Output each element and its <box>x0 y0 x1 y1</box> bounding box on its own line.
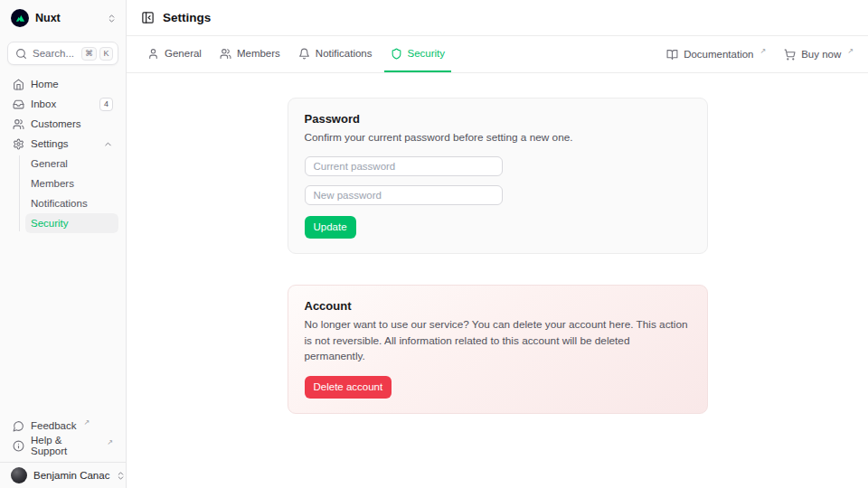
workspace-switcher[interactable]: Nuxt <box>0 0 126 36</box>
external-link-icon: ↗ <box>107 438 113 446</box>
sidebar-item-label: Home <box>31 79 59 89</box>
settings-tabbar: General Members Notifications <box>127 36 868 73</box>
sidebar-item-notifications[interactable]: Notifications <box>25 193 118 213</box>
sidebar-item-customers[interactable]: Customers <box>7 114 118 134</box>
settings-tabs: General Members Notifications <box>141 36 451 72</box>
search-placeholder: Search... <box>33 48 74 59</box>
feedback-link[interactable]: Feedback ↗ <box>7 416 118 436</box>
panel-left-close-icon[interactable] <box>141 11 155 24</box>
inbox-icon <box>13 99 24 110</box>
user-menu[interactable]: Benjamin Canac <box>0 462 126 488</box>
home-icon <box>13 79 24 90</box>
tab-label: General <box>165 48 202 59</box>
sidebar-item-home[interactable]: Home <box>7 74 118 94</box>
account-card-description: No longer want to use our service? You c… <box>305 317 691 364</box>
inbox-count-badge: 4 <box>99 98 113 111</box>
search-shortcut: ⌘ K <box>81 47 113 61</box>
account-card: Account No longer want to use our servic… <box>288 285 708 413</box>
documentation-link[interactable]: Documentation ↗ <box>666 49 766 61</box>
kbd-meta: ⌘ <box>81 47 97 61</box>
header-links: Documentation ↗ Buy now ↗ <box>666 36 854 72</box>
page-title: Settings <box>163 11 211 24</box>
user-name: Benjamin Canac <box>33 470 109 481</box>
info-circle-icon <box>13 440 24 452</box>
link-label: Buy now <box>801 49 841 60</box>
external-link-icon: ↗ <box>84 418 90 427</box>
shopping-cart-icon <box>784 49 796 61</box>
sidebar-item-label: Inbox <box>31 99 56 109</box>
sidebar-item-label: Customers <box>31 118 81 129</box>
delete-account-button[interactable]: Delete account <box>305 376 392 399</box>
password-card-description: Confirm your current password before set… <box>305 130 691 145</box>
page-header: Settings <box>127 0 868 36</box>
update-password-button[interactable]: Update <box>305 216 356 239</box>
chevrons-up-down-icon <box>107 14 117 23</box>
chevrons-up-down-icon <box>116 471 126 481</box>
current-password-field[interactable] <box>305 156 503 176</box>
external-link-icon: ↗ <box>760 47 766 55</box>
sidebar-item-label: Settings <box>31 138 69 149</box>
footer-item-label: Help & Support <box>31 435 99 456</box>
nuxt-logo-icon <box>11 9 29 27</box>
search-input[interactable]: Search... ⌘ K <box>7 42 118 65</box>
password-form <box>305 156 503 205</box>
shield-icon <box>391 48 402 60</box>
footer-item-label: Feedback <box>31 420 77 431</box>
chat-bubble-icon <box>13 420 24 432</box>
sidebar-item-general[interactable]: General <box>25 154 118 174</box>
users-icon <box>220 48 231 60</box>
sidebar: Nuxt Search... ⌘ K Home <box>0 0 127 488</box>
kbd-k: K <box>99 47 113 61</box>
main-area: Settings General Members <box>127 0 868 488</box>
chevron-up-icon <box>103 139 113 149</box>
new-password-field[interactable] <box>305 185 503 205</box>
gear-icon <box>13 138 24 150</box>
sidebar-item-inbox[interactable]: Inbox 4 <box>7 94 118 114</box>
password-card-title: Password <box>305 112 691 126</box>
sidebar-item-label: Members <box>31 178 74 189</box>
tab-notifications[interactable]: Notifications <box>292 36 379 72</box>
workspace-name: Nuxt <box>35 12 61 24</box>
sidebar-item-label: Security <box>31 218 69 229</box>
sidebar-item-members[interactable]: Members <box>25 174 118 193</box>
tab-security[interactable]: Security <box>384 36 452 72</box>
tab-label: Notifications <box>316 48 373 59</box>
settings-security-content: Password Confirm your current password b… <box>127 73 868 488</box>
app-window: Nuxt Search... ⌘ K Home <box>0 0 868 488</box>
buy-now-link[interactable]: Buy now ↗ <box>784 49 854 61</box>
users-icon <box>13 118 24 130</box>
tab-members[interactable]: Members <box>213 36 287 72</box>
password-card: Password Confirm your current password b… <box>288 98 708 254</box>
sidebar-item-settings[interactable]: Settings <box>7 134 118 154</box>
help-support-link[interactable]: Help & Support ↗ <box>7 436 118 455</box>
settings-subnav: General Members Notifications Security <box>7 154 118 233</box>
sidebar-footer: Feedback ↗ Help & Support ↗ <box>0 416 126 462</box>
bell-icon <box>298 48 310 60</box>
search-icon <box>15 48 27 60</box>
book-open-icon <box>666 49 678 61</box>
tab-general[interactable]: General <box>141 36 208 72</box>
user-icon <box>147 48 159 60</box>
account-card-title: Account <box>305 299 691 313</box>
link-label: Documentation <box>684 49 753 60</box>
sidebar-item-label: Notifications <box>31 198 88 209</box>
avatar <box>11 467 27 483</box>
tab-label: Members <box>237 48 280 59</box>
external-link-icon: ↗ <box>847 47 854 55</box>
subnav-rail <box>19 155 20 231</box>
sidebar-item-label: General <box>31 158 68 169</box>
sidebar-item-security[interactable]: Security <box>25 213 118 233</box>
tab-label: Security <box>408 48 446 59</box>
sidebar-nav: Home Inbox 4 Customers Settings <box>0 74 126 233</box>
